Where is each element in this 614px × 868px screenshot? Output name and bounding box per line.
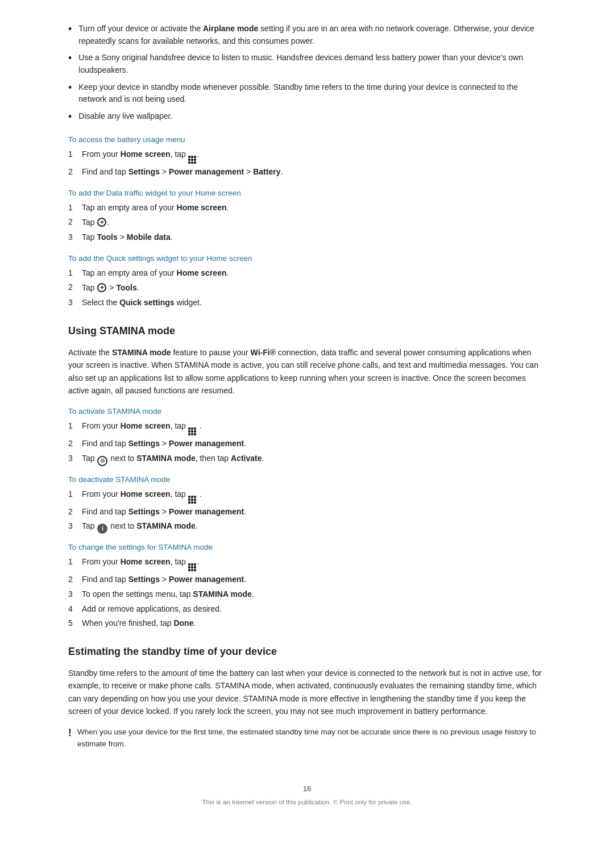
step-text: Tap ⚙ next to STAMINA mode, then tap Act… <box>82 452 264 465</box>
quick-settings-steps: 1 Tap an empty area of your Home screen.… <box>68 267 546 309</box>
step-number: 2 <box>68 216 82 229</box>
step-number: 1 <box>68 488 82 501</box>
battery-usage-steps: 1 From your Home screen, tap . 2 Find an… <box>68 148 546 178</box>
bullet-dot: • <box>68 22 72 38</box>
step-text: Tap > Tools. <box>82 281 139 294</box>
step-text: Add or remove applications, as desired. <box>82 603 222 616</box>
step-item: 3 Tap ⚙ next to STAMINA mode, then tap A… <box>68 452 546 465</box>
bullet-text: Keep your device in standby mode wheneve… <box>78 81 546 106</box>
step-number: 3 <box>68 520 82 533</box>
deactivate-stamina-section: To deactivate STAMINA mode 1 From your H… <box>68 475 546 533</box>
step-number: 1 <box>68 420 82 433</box>
step-number: 2 <box>68 574 82 586</box>
step-number: 2 <box>68 506 82 518</box>
step-number: 1 <box>68 202 82 214</box>
step-text: Tap an empty area of your Home screen. <box>82 202 229 214</box>
step-number: 1 <box>68 556 82 568</box>
grid-icon <box>188 563 197 572</box>
step-item: 1 Tap an empty area of your Home screen. <box>68 267 546 280</box>
standby-body: Standby time refers to the amount of tim… <box>68 667 546 718</box>
plus-icon <box>97 283 106 292</box>
standby-section: Estimating the standby time of your devi… <box>68 646 546 750</box>
settings-icon: ⚙ <box>97 456 107 466</box>
info-icon: i <box>97 524 107 534</box>
step-text: Find and tap Settings > Power management… <box>82 506 246 518</box>
step-number: 2 <box>68 166 82 178</box>
page: • Turn off your device or activate the A… <box>0 0 614 868</box>
step-number: 1 <box>68 267 82 280</box>
change-stamina-section: To change the settings for STAMINA mode … <box>68 543 546 630</box>
stamina-section: Using STAMINA mode Activate the STAMINA … <box>68 325 546 630</box>
step-text: Select the Quick settings widget. <box>82 297 202 309</box>
step-item: 1 From your Home screen, tap . <box>68 488 546 504</box>
step-text: From your Home screen, tap . <box>82 148 200 164</box>
step-text: From your Home screen, tap . <box>82 420 202 435</box>
step-item: 3 Tap Tools > Mobile data. <box>68 231 546 244</box>
change-stamina-heading: To change the settings for STAMINA mode <box>68 543 546 551</box>
change-stamina-steps: 1 From your Home screen, tap . 2 Fi <box>68 556 546 630</box>
step-item: 1 Tap an empty area of your Home screen. <box>68 202 546 214</box>
step-item: 5 When you're finished, tap Done. <box>68 617 546 630</box>
grid-icon <box>188 156 197 165</box>
battery-usage-section: To access the battery usage menu 1 From … <box>68 135 546 178</box>
warning-text: When you use your device for the first t… <box>77 726 546 750</box>
activate-stamina-section: To activate STAMINA mode 1 From your Hom… <box>68 407 546 464</box>
step-item: 1 From your Home screen, tap . <box>68 420 546 435</box>
bullet-text: Use a Sony original handsfree device to … <box>78 52 546 76</box>
data-traffic-section: To add the Data traffic widget to your H… <box>68 189 546 244</box>
stamina-title: Using STAMINA mode <box>68 325 546 339</box>
step-item: 4 Add or remove applications, as desired… <box>68 603 546 616</box>
step-item: 2 Find and tap Settings > Power manageme… <box>68 574 546 586</box>
step-text: Find and tap Settings > Power management… <box>82 438 246 450</box>
step-number: 1 <box>68 148 82 161</box>
battery-usage-heading: To access the battery usage menu <box>68 135 546 144</box>
step-text: Find and tap Settings > Power management… <box>82 166 283 178</box>
stamina-intro: Activate the STAMINA mode feature to pau… <box>68 346 546 397</box>
step-item: 2 Find and tap Settings > Power manageme… <box>68 506 546 518</box>
step-text: To open the settings menu, tap STAMINA m… <box>82 588 254 601</box>
step-text: When you're finished, tap Done. <box>82 617 196 630</box>
quick-settings-heading: To add the Quick settings widget to your… <box>68 254 546 263</box>
list-item: • Turn off your device or activate the A… <box>68 23 546 47</box>
deactivate-stamina-steps: 1 From your Home screen, tap . 2 F <box>68 488 546 533</box>
step-text: Find and tap Settings > Power management… <box>82 574 246 586</box>
step-text: From your Home screen, tap . <box>82 556 200 571</box>
step-number: 4 <box>68 603 82 616</box>
step-text: Tap Tools > Mobile data. <box>82 231 173 244</box>
activate-stamina-steps: 1 From your Home screen, tap . 2 F <box>68 420 546 464</box>
intro-bullet-list: • Turn off your device or activate the A… <box>68 23 546 125</box>
step-item: 3 Select the Quick settings widget. <box>68 297 546 309</box>
footer-note: This is an Internet version of this publ… <box>68 799 546 805</box>
plus-icon <box>97 218 106 227</box>
grid-icon <box>188 496 197 505</box>
step-text: Tap i next to STAMINA mode. <box>82 520 198 533</box>
quick-settings-section: To add the Quick settings widget to your… <box>68 254 546 309</box>
warning-icon: ! <box>68 727 72 739</box>
bullet-text: Disable any live wallpaper. <box>78 110 172 123</box>
step-number: 3 <box>68 588 82 601</box>
step-number: 2 <box>68 281 82 294</box>
step-item: 2 Tap . <box>68 216 546 229</box>
step-number: 3 <box>68 231 82 244</box>
list-item: • Use a Sony original handsfree device t… <box>68 52 546 76</box>
step-number: 2 <box>68 438 82 450</box>
bullet-text: Turn off your device or activate the Air… <box>78 23 546 47</box>
activate-stamina-heading: To activate STAMINA mode <box>68 407 546 416</box>
step-item: 2 Tap > Tools. <box>68 281 546 294</box>
step-item: 1 From your Home screen, tap . <box>68 556 546 571</box>
warning-block: ! When you use your device for the first… <box>68 726 546 750</box>
step-number: 3 <box>68 452 82 465</box>
data-traffic-heading: To add the Data traffic widget to your H… <box>68 189 546 197</box>
grid-icon <box>188 427 197 437</box>
step-item: 1 From your Home screen, tap . <box>68 148 546 164</box>
page-number: 16 <box>68 784 546 793</box>
deactivate-stamina-heading: To deactivate STAMINA mode <box>68 475 546 484</box>
step-item: 2 Find and tap Settings > Power manageme… <box>68 166 546 178</box>
list-item: • Keep your device in standby mode whene… <box>68 81 546 106</box>
bullet-dot: • <box>68 109 72 125</box>
data-traffic-steps: 1 Tap an empty area of your Home screen.… <box>68 202 546 244</box>
step-number: 5 <box>68 617 82 630</box>
step-text: Tap an empty area of your Home screen. <box>82 267 229 280</box>
step-item: 3 To open the settings menu, tap STAMINA… <box>68 588 546 601</box>
step-text: Tap . <box>82 216 109 229</box>
